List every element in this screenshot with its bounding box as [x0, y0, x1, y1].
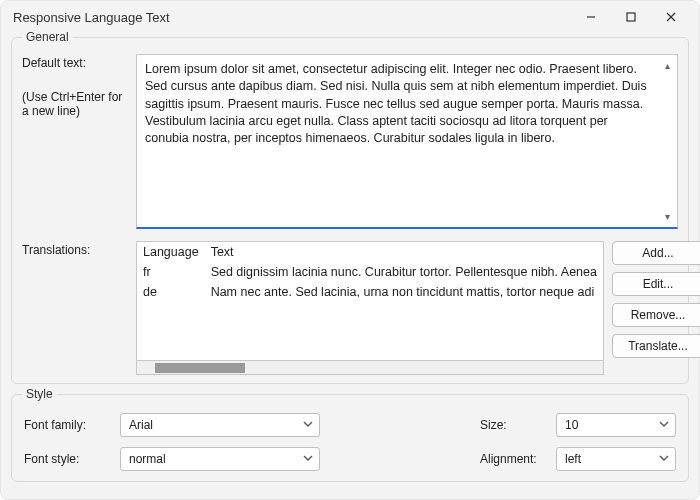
chevron-down-icon: [303, 418, 313, 432]
col-language: Language: [137, 242, 205, 262]
style-group: Style Font family: Arial Size: 10 Font s…: [11, 394, 689, 482]
minimize-icon: [585, 11, 597, 23]
maximize-icon: [625, 11, 637, 23]
close-icon: [665, 11, 677, 23]
chevron-down-icon: [303, 452, 313, 466]
maximize-button[interactable]: [611, 3, 651, 31]
translations-label: Translations:: [22, 243, 128, 257]
translations-list[interactable]: Language Text fr Sed dignissim lacinia n…: [136, 241, 604, 361]
col-text: Text: [205, 242, 603, 262]
default-text-input[interactable]: Lorem ipsum dolor sit amet, consectetur …: [136, 54, 678, 229]
translations-header-row: Language Text: [137, 242, 603, 262]
size-label: Size:: [480, 418, 556, 432]
remove-button[interactable]: Remove...: [612, 303, 700, 327]
font-style-value: normal: [129, 452, 166, 466]
chevron-down-icon: [659, 452, 669, 466]
size-select[interactable]: 10: [556, 413, 676, 437]
table-row[interactable]: fr Sed dignissim lacinia nunc. Curabitur…: [137, 262, 603, 282]
general-group-label: General: [22, 30, 73, 44]
translations-hscrollbar[interactable]: [136, 361, 604, 375]
scroll-down-icon[interactable]: ▾: [660, 209, 674, 223]
dialog-window: Responsive Language Text General Default…: [0, 0, 700, 500]
default-text-hint: (Use Ctrl+Enter for a new line): [22, 90, 128, 119]
font-family-select[interactable]: Arial: [120, 413, 320, 437]
scroll-up-icon[interactable]: ▴: [660, 58, 674, 72]
alignment-select[interactable]: left: [556, 447, 676, 471]
font-family-label: Font family:: [24, 418, 120, 432]
font-family-value: Arial: [129, 418, 153, 432]
font-style-select[interactable]: normal: [120, 447, 320, 471]
table-row[interactable]: de Nam nec ante. Sed lacinia, urna non t…: [137, 282, 603, 302]
cell-lang: fr: [137, 262, 205, 282]
alignment-label: Alignment:: [480, 452, 556, 466]
style-group-label: Style: [22, 387, 57, 401]
titlebar: Responsive Language Text: [1, 1, 699, 33]
scrollbar-thumb[interactable]: [155, 363, 245, 373]
cell-text: Sed dignissim lacinia nunc. Curabitur to…: [205, 262, 603, 282]
cell-text: Nam nec ante. Sed lacinia, urna non tinc…: [205, 282, 603, 302]
default-text-label: Default text:: [22, 56, 128, 70]
minimize-button[interactable]: [571, 3, 611, 31]
translate-button[interactable]: Translate...: [612, 334, 700, 358]
cell-lang: de: [137, 282, 205, 302]
general-group: General Default text: (Use Ctrl+Enter fo…: [11, 37, 689, 384]
font-style-label: Font style:: [24, 452, 120, 466]
close-button[interactable]: [651, 3, 691, 31]
chevron-down-icon: [659, 418, 669, 432]
window-title: Responsive Language Text: [13, 10, 571, 25]
edit-button[interactable]: Edit...: [612, 272, 700, 296]
svg-rect-1: [627, 13, 635, 21]
size-value: 10: [565, 418, 578, 432]
add-button[interactable]: Add...: [612, 241, 700, 265]
alignment-value: left: [565, 452, 581, 466]
